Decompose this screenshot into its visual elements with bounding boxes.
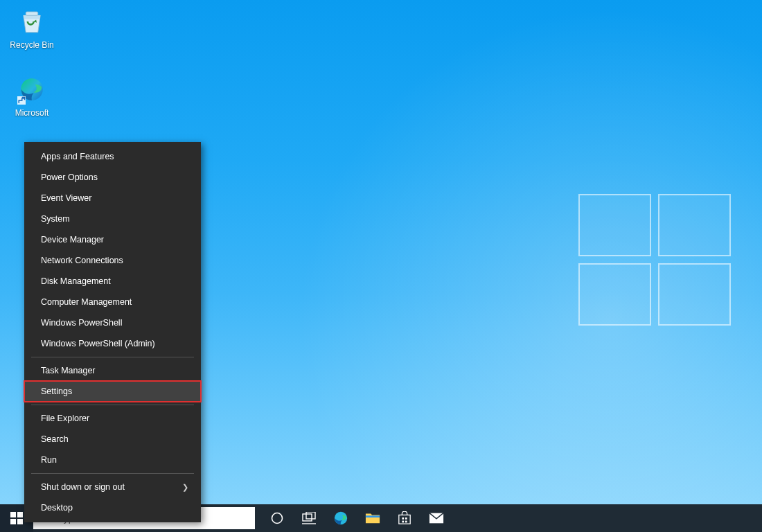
menu-item-search[interactable]: Search [24, 429, 201, 450]
menu-item-label: Event Viewer [41, 193, 91, 203]
cortana-icon[interactable] [269, 510, 285, 526]
svg-rect-16 [402, 517, 404, 520]
windows-logo-icon [10, 512, 23, 524]
microsoft-store-taskbar-icon[interactable] [396, 510, 413, 526]
menu-separator [31, 473, 194, 474]
menu-item-task-manager[interactable]: Task Manager [24, 360, 201, 381]
menu-item-windows-powershell[interactable]: Windows PowerShell [24, 312, 201, 333]
file-explorer-taskbar-icon[interactable] [364, 510, 381, 526]
winx-context-menu: Apps and FeaturesPower OptionsEvent View… [24, 142, 201, 522]
wallpaper-windows-logo [578, 194, 734, 332]
svg-rect-11 [306, 512, 315, 519]
task-view-icon[interactable] [301, 510, 317, 526]
menu-item-label: System [41, 214, 70, 224]
menu-item-network-connections[interactable]: Network Connections [24, 250, 201, 271]
menu-item-label: Power Options [41, 172, 98, 182]
edge-taskbar-icon[interactable] [333, 510, 349, 526]
menu-item-apps-and-features[interactable]: Apps and Features [24, 146, 201, 167]
menu-item-label: Run [41, 455, 57, 465]
menu-item-label: Windows PowerShell [41, 318, 122, 328]
menu-item-label: Windows PowerShell (Admin) [41, 339, 155, 348]
svg-rect-10 [303, 514, 312, 521]
edge-icon [16, 73, 48, 105]
desktop-icon-label: Recycle Bin [6, 40, 58, 50]
menu-item-device-manager[interactable]: Device Manager [24, 229, 201, 250]
menu-item-label: Device Manager [41, 235, 104, 245]
svg-rect-4 [17, 512, 23, 517]
menu-item-label: Network Connections [41, 256, 123, 265]
menu-item-label: Apps and Features [41, 152, 114, 161]
menu-item-label: File Explorer [41, 414, 89, 423]
svg-rect-19 [405, 521, 407, 523]
mail-taskbar-icon[interactable] [428, 510, 445, 526]
menu-separator [31, 357, 194, 357]
chevron-right-icon: ❯ [182, 483, 188, 492]
svg-rect-17 [405, 517, 407, 520]
svg-point-9 [272, 513, 283, 524]
menu-item-desktop[interactable]: Desktop [24, 497, 201, 518]
menu-separator [31, 405, 194, 405]
desktop-icon-recycle-bin[interactable]: Recycle Bin [6, 6, 58, 50]
recycle-bin-icon [16, 6, 48, 37]
menu-item-label: Task Manager [41, 366, 96, 375]
svg-rect-3 [10, 512, 16, 517]
desktop-icon-microsoft-edge[interactable]: Microsoft [6, 73, 58, 118]
menu-item-label: Search [41, 434, 69, 444]
svg-rect-18 [402, 521, 404, 523]
menu-item-label: Settings [41, 387, 72, 396]
desktop[interactable]: Recycle Bin [0, 0, 762, 532]
menu-item-file-explorer[interactable]: File Explorer [24, 408, 201, 429]
svg-rect-14 [366, 515, 380, 517]
menu-item-disk-management[interactable]: Disk Management [24, 271, 201, 292]
svg-rect-0 [26, 12, 38, 15]
taskbar-pinned-apps [269, 510, 445, 526]
menu-item-label: Desktop [41, 503, 73, 513]
menu-item-settings[interactable]: Settings [24, 381, 201, 402]
menu-item-run[interactable]: Run [24, 450, 201, 470]
svg-rect-6 [17, 519, 23, 524]
menu-item-label: Disk Management [41, 276, 111, 286]
svg-rect-15 [399, 515, 410, 524]
desktop-icon-label: Microsoft [6, 108, 58, 118]
menu-item-shut-down-or-sign-out[interactable]: Shut down or sign out❯ [24, 477, 201, 497]
menu-item-windows-powershell-admin[interactable]: Windows PowerShell (Admin) [24, 333, 201, 354]
menu-item-system[interactable]: System [24, 209, 201, 229]
svg-rect-5 [10, 519, 16, 524]
menu-item-computer-management[interactable]: Computer Management [24, 292, 201, 312]
menu-item-label: Computer Management [41, 297, 132, 307]
menu-item-event-viewer[interactable]: Event Viewer [24, 188, 201, 209]
menu-item-power-options[interactable]: Power Options [24, 167, 201, 188]
menu-item-label: Shut down or sign out [41, 482, 125, 492]
